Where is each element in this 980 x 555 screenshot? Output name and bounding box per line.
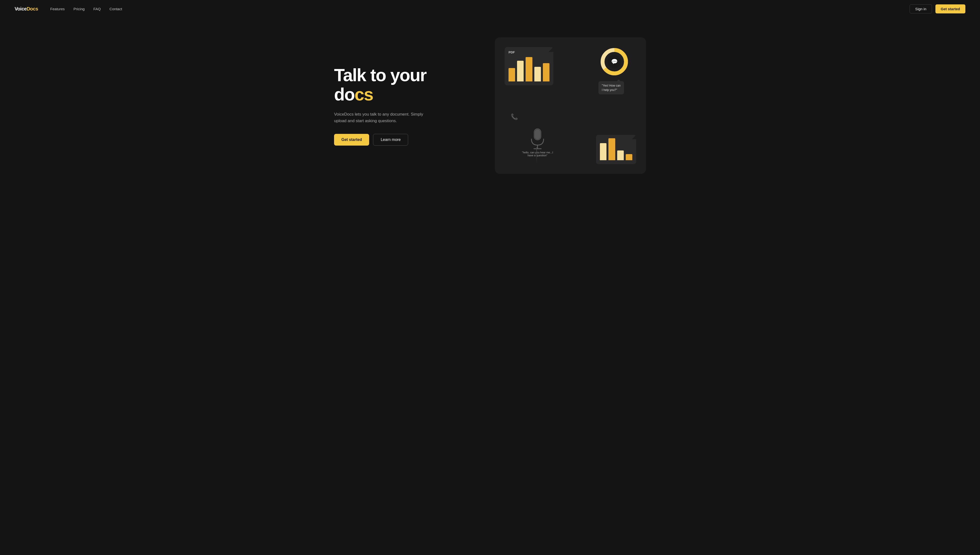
donut-svg: 💬: [600, 47, 629, 76]
get-started-nav-button[interactable]: Get started: [935, 5, 966, 13]
pdf-corner-fold: [548, 47, 553, 52]
nav-link-contact[interactable]: Contact: [109, 7, 122, 11]
mic-svg: [528, 128, 547, 150]
pdf-card: PDF: [505, 47, 553, 85]
nav-item-features[interactable]: Features: [50, 7, 65, 11]
hero-subtitle: VoiceDocs lets you talk to any document.…: [334, 111, 436, 124]
nav-item-faq[interactable]: FAQ: [93, 7, 101, 11]
bar-chart-top: [508, 57, 550, 82]
nav-links: Features Pricing FAQ Contact: [50, 7, 122, 11]
bar-card-bottom: [596, 135, 636, 164]
bar-5: [543, 63, 550, 82]
chat-speech-bubble: "Yes! How canI help you?": [598, 81, 624, 95]
hero-title-gold: cs: [355, 85, 373, 104]
pdf-label: PDF: [508, 50, 550, 54]
hero-buttons: Get started Learn more: [334, 134, 461, 146]
logo-docs: Docs: [27, 6, 38, 11]
nav-left: VoiceDocs Features Pricing FAQ Contact: [14, 6, 122, 12]
mic-area: 📞 "hello, can you hear me...I have a que…: [522, 128, 553, 157]
bar-1: [508, 68, 515, 82]
nav-item-pricing[interactable]: Pricing: [74, 7, 85, 11]
logo: VoiceDocs: [14, 6, 38, 12]
donut-container: 💬: [600, 47, 629, 76]
bbar-3: [617, 151, 624, 160]
nav-right: Sign in Get started: [910, 5, 966, 13]
bar-card-corner-fold: [632, 135, 636, 139]
hero-text: Talk to your docs VoiceDocs lets you tal…: [334, 66, 461, 146]
signin-button[interactable]: Sign in: [910, 5, 932, 13]
bbar-1: [600, 143, 606, 160]
bbar-4: [626, 154, 632, 160]
mic-cable: [536, 147, 537, 164]
svg-rect-4: [535, 129, 540, 140]
hero-title: Talk to your docs: [334, 66, 461, 104]
svg-text:💬: 💬: [611, 58, 618, 65]
navbar: VoiceDocs Features Pricing FAQ Contact S…: [0, 0, 980, 18]
phone-icon: 📞: [511, 113, 518, 120]
get-started-hero-button[interactable]: Get started: [334, 134, 369, 146]
bar-chart-bottom: [600, 138, 632, 160]
learn-more-button[interactable]: Learn more: [373, 134, 408, 146]
nav-link-faq[interactable]: FAQ: [93, 7, 101, 11]
chat-bubble-area: 💬: [600, 47, 636, 83]
hero-title-white: Talk to your do: [334, 65, 427, 104]
hero-illustration: PDF: [495, 37, 646, 174]
hero-section: Talk to your docs VoiceDocs lets you tal…: [320, 18, 660, 198]
logo-voice: Voice: [14, 6, 27, 11]
nav-link-pricing[interactable]: Pricing: [74, 7, 85, 11]
bar-2: [517, 61, 524, 82]
mic-caption: "hello, can you hear me...I have a quest…: [522, 151, 553, 157]
illus-inner: PDF: [505, 47, 636, 164]
bar-4: [534, 67, 541, 82]
nav-link-features[interactable]: Features: [50, 7, 65, 11]
bbar-2: [608, 138, 615, 160]
bar-3: [526, 57, 532, 82]
nav-item-contact[interactable]: Contact: [109, 7, 122, 11]
